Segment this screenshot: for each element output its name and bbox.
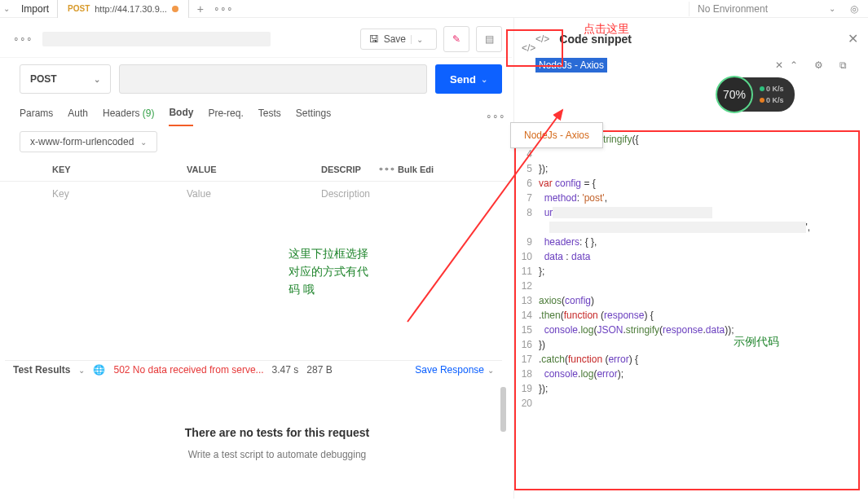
status-code: 502 xyxy=(113,364,130,376)
tab-more-button[interactable]: ∘∘∘ xyxy=(212,3,235,15)
time-text: 3.47 s xyxy=(272,364,299,376)
tab-prev-icon[interactable]: ⌄ xyxy=(0,4,13,13)
no-tests-title: There are no tests for this request xyxy=(65,426,489,439)
annotation-sample-code: 示例代码 xyxy=(734,332,779,350)
save-response-button[interactable]: Save Response ⌄ xyxy=(415,364,494,376)
save-dropdown-icon[interactable]: ⌄ xyxy=(411,35,428,44)
network-speed-widget[interactable]: 70% 0 K/s 0 K/s xyxy=(717,77,795,112)
body-type-select[interactable]: x-www-form-urlencoded ⌄ xyxy=(20,131,157,152)
headers-count: (9) xyxy=(143,108,155,119)
breadcrumb xyxy=(42,32,271,46)
clear-lang-icon[interactable]: ✕ xyxy=(775,59,783,71)
method-label: POST xyxy=(30,73,57,85)
size-text: 287 B xyxy=(306,364,332,376)
settings-gear-icon[interactable]: ⚙ xyxy=(814,59,823,71)
tab-prereq[interactable]: Pre-req. xyxy=(208,108,243,125)
code-icon: </> xyxy=(535,33,549,45)
annotation-dropdown: 这里下拉框选择 对应的方式有代 码 哦 xyxy=(289,244,368,298)
unsaved-dot-icon xyxy=(172,6,178,12)
subtab-more-icon[interactable]: ∘∘∘ xyxy=(486,111,502,122)
close-button[interactable]: ✕ xyxy=(848,31,858,46)
body-type-label: x-www-form-urlencoded xyxy=(30,136,134,147)
value-input[interactable]: Value xyxy=(187,188,321,200)
url-input[interactable] xyxy=(119,64,427,94)
chevron-down-icon: ⌄ xyxy=(140,138,147,147)
edit-icon[interactable]: ✎ xyxy=(443,26,469,52)
tab-settings[interactable]: Settings xyxy=(296,108,331,125)
chevron-up-icon[interactable]: ⌃ xyxy=(790,59,798,71)
annotation-click-here: 点击这里 xyxy=(584,20,629,37)
key-input[interactable]: Key xyxy=(52,188,187,200)
comment-icon[interactable]: ▤ xyxy=(476,26,502,52)
speed-dial: 70% xyxy=(716,76,753,113)
save-button[interactable]: 🖫 Save ⌄ xyxy=(360,29,437,50)
tab-title-label: http://44.17.30.9... xyxy=(95,4,167,14)
send-label: Send xyxy=(450,73,476,86)
results-caret-icon[interactable]: ⌄ xyxy=(78,366,85,375)
desc-input[interactable]: Description xyxy=(321,188,452,200)
preview-env-icon[interactable]: ◎ xyxy=(850,3,858,15)
results-bar: Test Results ⌄ 🌐 502 No data received fr… xyxy=(5,360,502,379)
tab-tests[interactable]: Tests xyxy=(258,108,281,125)
snippet-language-select[interactable]: NodeJs - Axios xyxy=(535,58,607,73)
globe-icon[interactable]: 🌐 xyxy=(93,364,105,376)
tab-method-label: POST xyxy=(68,4,90,13)
chevron-down-icon: ⌄ xyxy=(829,4,835,13)
status-text: No data received from serve... xyxy=(133,364,264,376)
save-icon: 🖫 xyxy=(369,33,379,45)
speed-kps: 0 K/s 0 K/s xyxy=(760,83,784,106)
save-label: Save xyxy=(384,33,406,45)
tab-params[interactable]: Params xyxy=(20,108,53,125)
tab-auth[interactable]: Auth xyxy=(68,108,88,125)
test-results-label[interactable]: Test Results xyxy=(13,364,70,376)
chevron-down-icon: ⌄ xyxy=(94,75,100,84)
col-desc-header: DESCRIP xyxy=(321,165,378,174)
col-value-header: VALUE xyxy=(187,165,321,174)
no-tests-empty-state: There are no tests for this request Writ… xyxy=(65,426,489,460)
tab-body[interactable]: Body xyxy=(169,107,193,126)
environment-selector[interactable]: No Environment ⌄ xyxy=(689,2,844,16)
bulk-edit-button[interactable]: Bulk Edi xyxy=(398,165,502,174)
code-snippet-toggle-icon[interactable]: </> xyxy=(522,42,535,54)
send-button[interactable]: Send ⌄ xyxy=(435,64,502,94)
language-dropdown-option[interactable]: NodeJs - Axios xyxy=(510,122,603,148)
environment-label: No Environment xyxy=(698,3,768,15)
col-more-icon[interactable]: ∘∘∘ xyxy=(378,164,398,174)
chevron-down-icon: ⌄ xyxy=(481,75,487,84)
scrollbar[interactable] xyxy=(500,387,506,432)
no-tests-subtitle: Write a test script to automate debuggin… xyxy=(65,449,489,460)
sidebar-more-icon[interactable]: ∘∘∘ xyxy=(11,33,34,45)
new-tab-button[interactable]: + xyxy=(189,2,212,15)
tab-headers[interactable]: Headers (9) xyxy=(103,108,154,125)
code-snippet-panel: </> Code snippet ✕ NodeJs - Axios ✕ ⌃ ⚙ … xyxy=(513,18,868,499)
col-key-header: KEY xyxy=(52,165,187,174)
chevron-down-icon: ⌄ xyxy=(487,366,494,375)
copy-icon[interactable]: ⧉ xyxy=(839,59,847,71)
http-method-select[interactable]: POST ⌄ xyxy=(20,64,111,94)
import-button[interactable]: Import xyxy=(13,1,57,17)
request-tab[interactable]: POST http://44.17.30.9... xyxy=(57,0,189,18)
code-content[interactable]: 3var data = qs.stringify({45});6var conf… xyxy=(514,130,860,490)
